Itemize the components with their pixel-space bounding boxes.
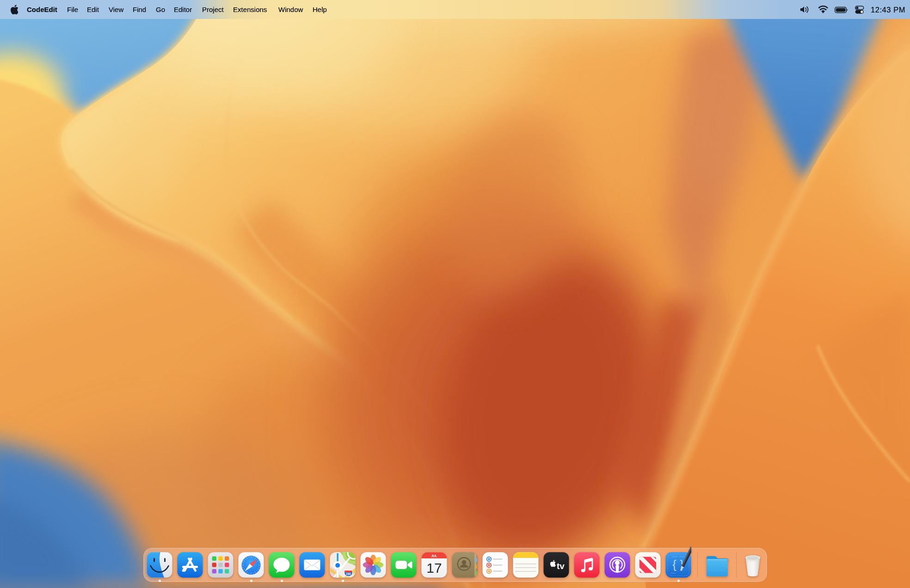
- svg-text:280: 280: [346, 572, 351, 576]
- svg-text:17: 17: [426, 560, 442, 576]
- svg-text:{: {: [673, 558, 676, 571]
- svg-text:tv: tv: [557, 561, 565, 571]
- svg-text:JUL: JUL: [431, 554, 437, 557]
